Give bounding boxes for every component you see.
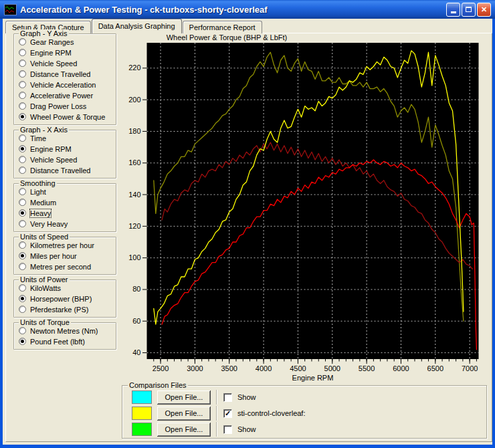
radio-circle bbox=[19, 252, 26, 259]
radio-newton-metres-nm[interactable]: Newton Metres (Nm) bbox=[19, 326, 112, 336]
sidebar: Graph - Y AxisGear RangesEngine RPMVehic… bbox=[13, 33, 116, 354]
comparison-files-title: Comparison Files bbox=[128, 381, 188, 389]
radio-kilowatts[interactable]: KiloWatts bbox=[19, 283, 112, 293]
radio-circle bbox=[19, 338, 26, 345]
comparison-files-group: Comparison Files Open File...ShowOpen Fi… bbox=[122, 385, 487, 439]
radio-metres-per-second[interactable]: Metres per second bbox=[19, 261, 112, 271]
radio-dot bbox=[21, 147, 24, 150]
radio-very-heavy[interactable]: Very Heavy bbox=[19, 219, 112, 229]
radio-dot bbox=[21, 297, 24, 300]
radio-miles-per-hour[interactable]: Miles per hour bbox=[19, 251, 112, 261]
radio-circle bbox=[19, 156, 26, 163]
radio-horsepower-bhp[interactable]: Horsepower (BHP) bbox=[19, 294, 112, 304]
radio-circle bbox=[19, 102, 26, 110]
radio-circle bbox=[19, 199, 26, 206]
open-file-button[interactable]: Open File... bbox=[157, 407, 211, 421]
radio-label: Medium bbox=[30, 199, 56, 207]
radio-medium[interactable]: Medium bbox=[19, 197, 112, 207]
radio-drag-power-loss[interactable]: Drag Power Loss bbox=[19, 101, 112, 111]
radio-light[interactable]: Light bbox=[19, 187, 112, 197]
radio-circle bbox=[19, 209, 26, 217]
checkbox-label: Show bbox=[237, 425, 256, 433]
chart-area: Wheel Power & Torque (BHP & LbFt)4060801… bbox=[123, 33, 490, 384]
radio-kilometres-per-hour[interactable]: Kilometres per hour bbox=[19, 240, 112, 250]
group-graph-x-axis: Graph - X AxisTimeEngine RPMVehicle Spee… bbox=[13, 130, 116, 179]
window-title: Acceleration & Power Testing - ck-turbox… bbox=[20, 5, 446, 15]
radio-label: Vehicle Speed bbox=[30, 156, 77, 164]
radio-label: Wheel Power & Torque bbox=[30, 113, 105, 121]
radio-label: Time bbox=[30, 134, 46, 142]
group-title-graph-x-axis: Graph - X Axis bbox=[19, 126, 69, 134]
radio-time[interactable]: Time bbox=[19, 133, 112, 143]
radio-vehicle-speed[interactable]: Vehicle Speed bbox=[19, 154, 112, 164]
x-axis-label: Engine RPM bbox=[292, 374, 334, 382]
show-checkbox[interactable] bbox=[223, 425, 232, 434]
plot-background bbox=[147, 43, 479, 359]
group-smoothing: SmoothingLightMediumHeavyVery Heavy bbox=[13, 183, 116, 232]
radio-pferdestarke-ps[interactable]: Pferdestarke (PS) bbox=[19, 304, 112, 314]
checkbox-label: Show bbox=[237, 393, 256, 401]
app-window: Acceleration & Power Testing - ck-turbox… bbox=[0, 0, 495, 448]
radio-circle bbox=[19, 284, 26, 292]
radio-pound-feet-lbft[interactable]: Pound Feet (lbft) bbox=[19, 336, 112, 346]
radio-label: Pound Feet (lbft) bbox=[30, 338, 85, 346]
radio-distance-travelled[interactable]: Distance Travelled bbox=[19, 165, 112, 175]
radio-vehicle-speed[interactable]: Vehicle Speed bbox=[19, 58, 112, 68]
group-title-units-of-speed: Units of Speed bbox=[19, 233, 70, 241]
radio-dot bbox=[21, 115, 24, 118]
app-icon bbox=[4, 4, 17, 15]
radio-engine-rpm[interactable]: Engine RPM bbox=[19, 144, 112, 154]
comparison-row-1: Open File...Show bbox=[132, 390, 481, 405]
radio-circle bbox=[19, 241, 26, 249]
maximize-button[interactable] bbox=[462, 3, 476, 17]
radio-dot bbox=[21, 211, 24, 215]
close-button[interactable]: ✕ bbox=[477, 3, 491, 17]
radio-circle bbox=[19, 38, 26, 45]
radio-engine-rpm[interactable]: Engine RPM bbox=[19, 47, 112, 58]
color-swatch bbox=[132, 390, 152, 404]
group-graph-y-axis: Graph - Y AxisGear RangesEngine RPMVehic… bbox=[13, 33, 116, 125]
radio-circle bbox=[19, 70, 26, 78]
minimize-button[interactable] bbox=[446, 3, 460, 17]
radio-circle bbox=[19, 145, 26, 152]
radio-accelerative-power[interactable]: Accelerative Power bbox=[19, 90, 112, 100]
radio-gear-ranges[interactable]: Gear Ranges bbox=[19, 37, 112, 47]
x-tick-label: 2500 bbox=[153, 364, 169, 372]
radio-label: Gear Ranges bbox=[30, 38, 74, 46]
radio-circle bbox=[19, 113, 26, 120]
y-tick-label: 80 bbox=[132, 285, 140, 293]
radio-wheel-power-torque[interactable]: Wheel Power & Torque bbox=[19, 112, 112, 122]
radio-circle bbox=[19, 92, 26, 99]
radio-label: Metres per second bbox=[30, 263, 91, 271]
open-file-button[interactable]: Open File... bbox=[157, 390, 211, 405]
tab-performance-report[interactable]: Performance Report bbox=[183, 21, 262, 33]
tab-data-analysis-graphing[interactable]: Data Analysis Graphing bbox=[92, 19, 182, 33]
radio-distance-travelled[interactable]: Distance Travelled bbox=[19, 69, 112, 79]
radio-label: Engine RPM bbox=[30, 49, 72, 57]
x-tick-label: 4000 bbox=[256, 364, 272, 372]
radio-heavy[interactable]: Heavy bbox=[19, 208, 112, 218]
radio-circle bbox=[19, 49, 26, 56]
group-title-units-of-torque: Units of Torque bbox=[19, 318, 71, 326]
y-tick-label: 220 bbox=[128, 64, 140, 72]
radio-circle bbox=[19, 295, 26, 302]
divider bbox=[216, 422, 217, 437]
chart-canvas: Wheel Power & Torque (BHP & LbFt)4060801… bbox=[123, 33, 490, 384]
x-tick-label: 3500 bbox=[221, 364, 237, 372]
radio-vehicle-acceleration[interactable]: Vehicle Acceleration bbox=[19, 80, 112, 90]
radio-label: Kilometres per hour bbox=[30, 241, 94, 249]
y-tick-label: 160 bbox=[128, 158, 140, 166]
show-checkbox[interactable] bbox=[223, 393, 232, 402]
radio-label: Horsepower (BHP) bbox=[30, 295, 92, 303]
x-tick-label: 4500 bbox=[290, 364, 306, 372]
radio-label: KiloWatts bbox=[30, 284, 61, 292]
radio-label: Distance Travelled bbox=[30, 166, 91, 175]
radio-label: Engine RPM bbox=[30, 145, 72, 153]
radio-circle bbox=[19, 220, 26, 227]
show-checkbox[interactable]: ✓ bbox=[223, 409, 232, 418]
y-tick-label: 60 bbox=[132, 317, 140, 325]
open-file-button[interactable]: Open File... bbox=[157, 423, 211, 437]
radio-label: Vehicle Acceleration bbox=[30, 81, 96, 89]
y-tick-label: 200 bbox=[128, 96, 140, 104]
radio-circle bbox=[19, 60, 26, 67]
